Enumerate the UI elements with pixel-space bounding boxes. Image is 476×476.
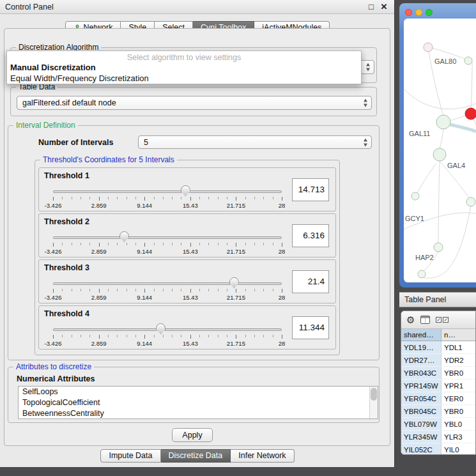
table-columns-icon[interactable] xyxy=(420,316,430,324)
tick-label: 9.144 xyxy=(137,202,152,209)
table-row[interactable]: YBR045CYBR0 xyxy=(401,405,475,418)
table-cell[interactable]: YBL0 xyxy=(441,418,475,431)
network-node-selected[interactable] xyxy=(465,108,476,119)
attribute-item[interactable]: TopologicalCoefficient xyxy=(19,397,378,408)
network-node[interactable] xyxy=(424,43,433,52)
slider-track[interactable] xyxy=(53,328,282,331)
attribute-item[interactable]: SelfLoops xyxy=(19,387,378,397)
stepper-arrows-icon xyxy=(362,138,368,146)
threshold-value-field[interactable]: 11.344 xyxy=(292,316,329,339)
table-row[interactable]: YDL19…YDL1 xyxy=(401,341,475,354)
network-node[interactable] xyxy=(411,192,419,200)
table-cell[interactable]: YPR145W xyxy=(401,380,441,392)
slider-track[interactable] xyxy=(53,236,282,239)
table-cell[interactable]: YPR1 xyxy=(441,380,475,392)
table-cell[interactable]: YDL1 xyxy=(441,341,475,354)
gear-icon[interactable]: ⚙ xyxy=(406,315,415,325)
table-row[interactable]: YLR345WYLR3 xyxy=(401,431,475,443)
network-node[interactable] xyxy=(436,115,450,129)
numerical-attributes-list[interactable]: SelfLoopsTopologicalCoefficientBetweenne… xyxy=(18,386,378,419)
group-title: Attributes to discretize xyxy=(13,362,94,371)
select-columns-icon[interactable]: ✓ ✓ xyxy=(436,317,449,323)
mac-zoom-icon[interactable] xyxy=(426,9,433,16)
dropdown-option-equal-width-frequency[interactable]: Equal Width/Frequency Discretization xyxy=(7,73,361,84)
table-cell[interactable]: YLR3 xyxy=(441,431,475,443)
tick-label: -3.426 xyxy=(45,202,62,209)
table-cell[interactable]: YBR0 xyxy=(441,367,475,380)
number-of-intervals-combobox[interactable]: 5 xyxy=(138,135,372,149)
table-row[interactable]: YBR043CYBR0 xyxy=(401,367,475,380)
slider-track[interactable] xyxy=(53,282,282,285)
table-row[interactable]: YIL052CYIL0 xyxy=(401,443,475,455)
close-icon[interactable]: ✕ xyxy=(379,1,389,13)
tick-mark xyxy=(208,243,209,245)
tab-discretize-data[interactable]: Discretize Data xyxy=(161,449,231,463)
table-cell[interactable]: YDL19… xyxy=(401,341,441,354)
slider-thumb[interactable] xyxy=(119,231,129,242)
control-panel-window: Control Panel □ ✕ Network Style xyxy=(0,0,395,467)
tick-label: 2.859 xyxy=(91,248,107,255)
table-cell[interactable]: YDR2 xyxy=(441,354,475,367)
table-row[interactable]: YER054CYER0 xyxy=(401,392,475,405)
tick-label: 28 xyxy=(279,202,286,209)
checkbox-icon[interactable]: ✓ xyxy=(443,317,449,323)
tick-mark xyxy=(245,243,246,245)
scrollbar-thumb[interactable] xyxy=(371,388,377,401)
tick-label: -3.426 xyxy=(45,294,62,301)
dropdown-option-manual-discretization[interactable]: Manual Discretization xyxy=(7,62,361,73)
tick-label: 2.859 xyxy=(91,340,107,347)
table-cell[interactable]: YDR27… xyxy=(401,354,441,367)
tick-mark xyxy=(254,243,255,245)
table-cell[interactable]: YBR045C xyxy=(401,405,441,418)
table-cell[interactable]: YLR345W xyxy=(401,431,441,443)
network-node[interactable] xyxy=(466,197,475,206)
slider-thumb[interactable] xyxy=(229,277,239,288)
threshold-value-field[interactable]: 6.316 xyxy=(292,224,329,247)
table-cell[interactable]: YBL079W xyxy=(401,418,441,431)
tab-impute-data[interactable]: Impute Data xyxy=(100,449,160,463)
tick-mark xyxy=(236,289,236,293)
slider-thumb[interactable] xyxy=(181,185,190,196)
slider-track[interactable] xyxy=(53,190,282,193)
attribute-item[interactable]: BetweennessCentrality xyxy=(19,408,378,419)
table-cell[interactable]: YIL0 xyxy=(441,443,475,455)
tick-mark xyxy=(245,335,246,337)
table-row[interactable]: YBL079WYBL0 xyxy=(401,418,475,431)
table-data-combobox[interactable]: galFiltered.sif default node xyxy=(17,96,372,110)
apply-button[interactable]: Apply xyxy=(172,428,213,442)
table-row[interactable]: YPR145WYPR1 xyxy=(401,380,475,392)
checkbox-icon[interactable]: ✓ xyxy=(436,317,441,323)
tick-mark xyxy=(254,289,255,291)
float-window-icon[interactable]: □ xyxy=(366,1,376,13)
network-node[interactable] xyxy=(464,57,472,65)
tick-mark xyxy=(117,197,118,199)
node-label: GAL4 xyxy=(447,162,465,169)
network-node[interactable] xyxy=(434,243,443,252)
tick-mark xyxy=(199,197,200,199)
tick-mark xyxy=(163,289,164,291)
table-row[interactable]: YDR27…YDR2 xyxy=(401,354,475,367)
tick-mark xyxy=(117,289,118,291)
table-cell[interactable]: YIL052C xyxy=(401,443,441,455)
network-node[interactable] xyxy=(418,270,426,278)
threshold-value-field[interactable]: 14.713 xyxy=(292,178,329,201)
numerical-attributes-label: Numerical Attributes xyxy=(17,374,95,383)
slider-ticks xyxy=(53,335,282,339)
mac-minimize-icon[interactable] xyxy=(415,9,422,16)
column-header-shared-name[interactable]: shared… xyxy=(401,329,441,341)
mac-close-icon[interactable] xyxy=(405,9,412,16)
column-header-name[interactable]: n… xyxy=(441,329,475,341)
slider-thumb[interactable] xyxy=(156,323,165,334)
tick-label: 15.43 xyxy=(183,248,198,255)
tab-label: Discretize Data xyxy=(169,450,223,462)
tick-mark xyxy=(190,243,191,247)
threshold-value-field[interactable]: 21.4 xyxy=(292,270,329,293)
tab-infer-network[interactable]: Infer Network xyxy=(231,449,294,463)
table-cell[interactable]: YER0 xyxy=(441,392,475,405)
table-cell[interactable]: YBR0 xyxy=(441,405,475,418)
list-scrollbar[interactable] xyxy=(369,387,378,418)
network-node[interactable] xyxy=(433,148,446,161)
table-cell[interactable]: YBR043C xyxy=(401,367,441,380)
table-cell[interactable]: YER054C xyxy=(401,392,441,405)
network-canvas[interactable]: GAL80 GAL11 GAL4 GCY1 HAP2 xyxy=(404,19,476,282)
